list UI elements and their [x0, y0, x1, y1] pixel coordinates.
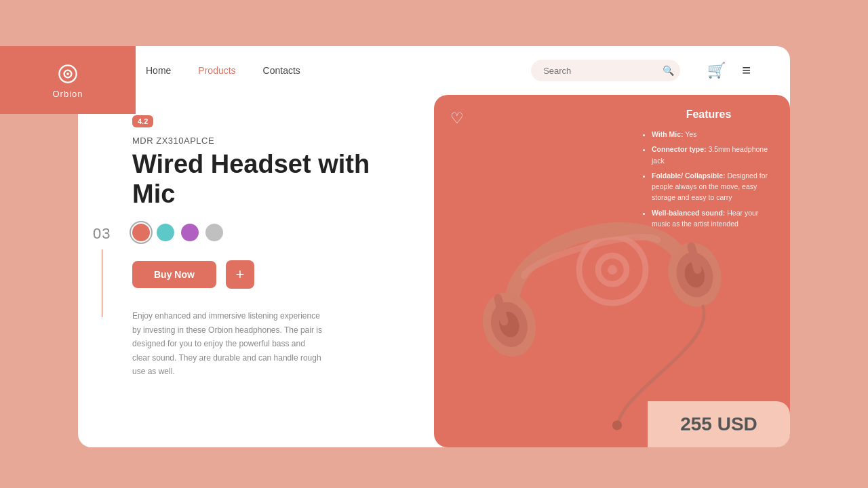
feature-item-1: With Mic: Yes	[652, 129, 776, 140]
product-info: 03 4.2 MDR ZX310APLCE Wired Headset with…	[78, 95, 434, 447]
product-num-line	[102, 249, 102, 317]
feature-item-4: Well-balanced sound: Hear your music as …	[652, 207, 776, 230]
buy-now-button[interactable]: Buy Now	[132, 261, 216, 288]
search-bar: 🔍	[531, 60, 680, 81]
product-image-area: ♡	[434, 95, 790, 447]
features-panel: Features With Mic: Yes Connector type: 3…	[641, 108, 776, 233]
price-tag: 255 USD	[648, 401, 790, 447]
logo-icon	[56, 62, 80, 86]
feature-item-2: Connector type: 3.5mm headphone jack	[652, 144, 776, 166]
features-list: With Mic: Yes Connector type: 3.5mm head…	[641, 129, 776, 229]
header-icons: 🛒 ≡	[707, 62, 749, 79]
action-buttons: Buy Now +	[132, 260, 400, 289]
features-title: Features	[641, 108, 776, 121]
search-icon: 🔍	[663, 65, 674, 76]
color-swatch-salmon[interactable]	[132, 224, 150, 241]
page-wrapper: Orbion Home Products Contacts 🔍 🛒 ≡	[0, 0, 868, 488]
product-num-text: 03	[93, 225, 111, 243]
brand-name: Orbion	[52, 89, 83, 99]
search-input[interactable]	[543, 66, 657, 76]
product-description: Enjoy enhanced and immersive listening e…	[132, 309, 322, 378]
product-subtitle: MDR ZX310APLCE	[132, 136, 400, 146]
nav-links: Home Products Contacts	[146, 65, 300, 76]
svg-point-2	[66, 73, 69, 75]
menu-icon[interactable]: ≡	[742, 62, 749, 79]
nav-products[interactable]: Products	[198, 65, 235, 76]
cart-icon[interactable]: 🛒	[707, 62, 726, 79]
main-card: Home Products Contacts 🔍 🛒 ≡ 03	[78, 46, 790, 447]
feature-item-3: Foldable/ Collapsible: Designed for peop…	[652, 170, 776, 203]
color-swatch-gray[interactable]	[205, 224, 223, 241]
logo-block: Orbion	[0, 46, 136, 114]
product-title: Wired Headset with Mic	[132, 150, 400, 209]
rating-badge: 4.2	[132, 115, 153, 127]
color-swatch-purple[interactable]	[181, 224, 199, 241]
header: Home Products Contacts 🔍 🛒 ≡	[78, 46, 790, 95]
add-button[interactable]: +	[226, 260, 254, 289]
heart-icon[interactable]: ♡	[450, 110, 464, 127]
svg-point-14	[611, 420, 623, 432]
content-area: 03 4.2 MDR ZX310APLCE Wired Headset with…	[78, 95, 790, 447]
product-number: 03	[93, 225, 111, 317]
nav-home[interactable]: Home	[146, 65, 171, 76]
color-swatch-teal[interactable]	[157, 224, 174, 241]
nav-contacts[interactable]: Contacts	[263, 65, 300, 76]
price-text: 255 USD	[680, 413, 757, 435]
color-swatches	[132, 224, 400, 241]
